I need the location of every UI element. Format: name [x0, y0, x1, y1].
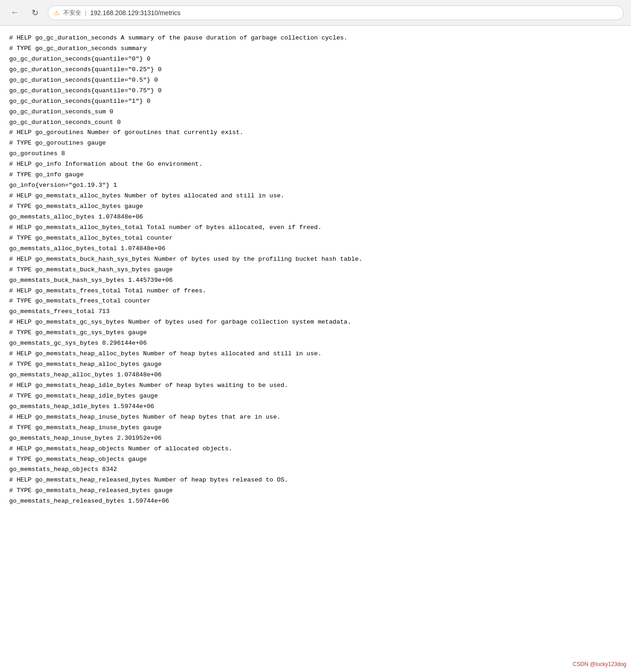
metrics-line: go_info{version="go1.19.3"} 1	[9, 180, 622, 191]
metrics-line: # TYPE go_memstats_buck_hash_sys_bytes g…	[9, 265, 622, 275]
metrics-line: go_memstats_heap_released_bytes 1.59744e…	[9, 496, 622, 507]
metrics-line: # TYPE go_memstats_gc_sys_bytes gauge	[9, 328, 622, 338]
metrics-line: go_gc_duration_seconds{quantile="0.25"} …	[9, 65, 622, 75]
metrics-line: go_memstats_alloc_bytes_total 1.074848e+…	[9, 244, 622, 254]
metrics-line: # TYPE go_memstats_frees_total counter	[9, 296, 622, 307]
back-button[interactable]: ←	[7, 6, 22, 20]
metrics-line: # HELP go_memstats_alloc_bytes Number of…	[9, 191, 622, 202]
metrics-line: go_memstats_frees_total 713	[9, 307, 622, 317]
metrics-line: # HELP go_memstats_heap_alloc_bytes Numb…	[9, 349, 622, 359]
metrics-line: # HELP go_memstats_heap_objects Number o…	[9, 444, 622, 454]
metrics-line: # HELP go_gc_duration_seconds A summary …	[9, 33, 622, 44]
metrics-line: go_memstats_gc_sys_bytes 8.296144e+06	[9, 338, 622, 349]
metrics-line: # TYPE go_memstats_heap_alloc_bytes gaug…	[9, 359, 622, 370]
metrics-line: go_memstats_heap_objects 8342	[9, 465, 622, 475]
warning-icon: ⚠	[54, 9, 60, 17]
url-display: 192.168.208.129:31310/metrics	[90, 9, 180, 17]
metrics-line: go_memstats_heap_alloc_bytes 1.074848e+0…	[9, 370, 622, 381]
metrics-line: # HELP go_memstats_gc_sys_bytes Number o…	[9, 317, 622, 328]
browser-chrome: ← ↻ ⚠ 不安全 | 192.168.208.129:31310/metric…	[0, 0, 631, 26]
metrics-content: # HELP go_gc_duration_seconds A summary …	[0, 26, 631, 514]
metrics-line: go_gc_duration_seconds{quantile="0.5"} 0	[9, 75, 622, 86]
metrics-line: go_gc_duration_seconds{quantile="0.75"} …	[9, 86, 622, 96]
metrics-line: # HELP go_memstats_alloc_bytes_total Tot…	[9, 223, 622, 233]
metrics-line: # HELP go_info Information about the Go …	[9, 159, 622, 170]
metrics-line: go_memstats_heap_inuse_bytes 2.301952e+0…	[9, 433, 622, 444]
metrics-line: # HELP go_memstats_heap_inuse_bytes Numb…	[9, 412, 622, 423]
metrics-line: # HELP go_memstats_frees_total Total num…	[9, 286, 622, 297]
metrics-line: # TYPE go_memstats_heap_released_bytes g…	[9, 486, 622, 496]
metrics-line: # TYPE go_memstats_heap_idle_bytes gauge	[9, 391, 622, 402]
metrics-line: go_gc_duration_seconds{quantile="0"} 0	[9, 54, 622, 65]
separator: |	[85, 9, 86, 16]
metrics-line: # HELP go_memstats_heap_idle_bytes Numbe…	[9, 381, 622, 391]
refresh-button[interactable]: ↻	[28, 6, 42, 20]
metrics-line: go_gc_duration_seconds{quantile="1"} 0	[9, 96, 622, 107]
watermark: CSDN @lucky123dog	[573, 661, 626, 667]
metrics-line: # TYPE go_memstats_alloc_bytes_total cou…	[9, 233, 622, 244]
metrics-line: go_goroutines 8	[9, 149, 622, 159]
metrics-line: # HELP go_goroutines Number of goroutine…	[9, 128, 622, 138]
metrics-line: go_memstats_buck_hash_sys_bytes 1.445739…	[9, 275, 622, 286]
not-secure-label: 不安全	[63, 9, 81, 17]
metrics-line: # TYPE go_gc_duration_seconds summary	[9, 44, 622, 54]
metrics-line: go_memstats_heap_idle_bytes 1.59744e+06	[9, 402, 622, 412]
metrics-line: # TYPE go_memstats_heap_inuse_bytes gaug…	[9, 423, 622, 433]
metrics-line: # TYPE go_info gauge	[9, 170, 622, 180]
address-bar[interactable]: ⚠ 不安全 | 192.168.208.129:31310/metrics	[48, 6, 624, 20]
metrics-line: # HELP go_memstats_buck_hash_sys_bytes N…	[9, 254, 622, 265]
metrics-line: # HELP go_memstats_heap_released_bytes N…	[9, 475, 622, 486]
metrics-line: go_gc_duration_seconds_count 0	[9, 118, 622, 128]
metrics-line: # TYPE go_memstats_heap_objects gauge	[9, 454, 622, 465]
metrics-line: # TYPE go_memstats_alloc_bytes gauge	[9, 202, 622, 212]
metrics-line: # TYPE go_goroutines gauge	[9, 138, 622, 149]
metrics-line: go_gc_duration_seconds_sum 0	[9, 107, 622, 118]
metrics-line: go_memstats_alloc_bytes 1.074848e+06	[9, 212, 622, 223]
